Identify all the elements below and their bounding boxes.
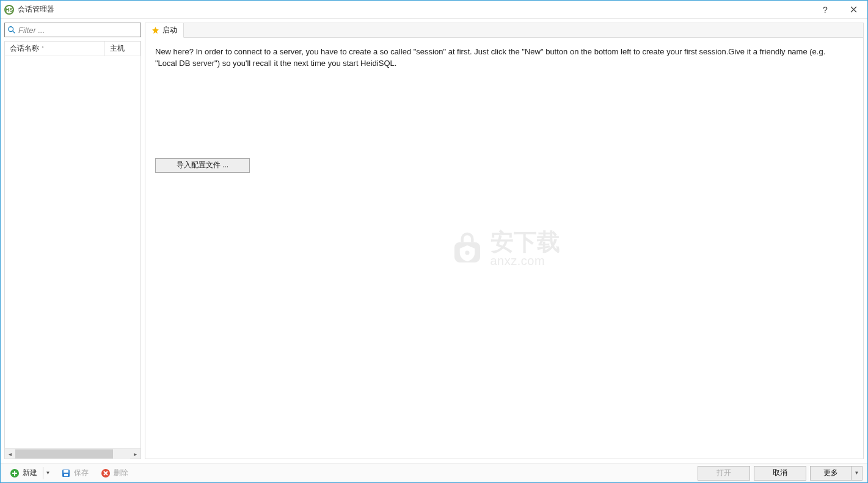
scroll-right-icon[interactable]: ▸: [130, 449, 140, 459]
scroll-left-icon[interactable]: ◂: [5, 449, 15, 459]
watermark-en: anxz.com: [491, 255, 560, 267]
open-label: 打开: [717, 468, 731, 478]
list-header: 会话名称 ˄ 主机: [5, 42, 140, 56]
session-list-body[interactable]: [5, 56, 140, 448]
filter-input[interactable]: [18, 26, 138, 35]
window-close-button[interactable]: [839, 1, 867, 19]
horizontal-scrollbar[interactable]: ◂ ▸: [5, 448, 140, 459]
more-button[interactable]: 更多 ▼: [810, 466, 863, 481]
svg-rect-6: [64, 470, 68, 473]
svg-rect-2: [454, 242, 480, 262]
new-session-button[interactable]: 新建 ▼: [5, 465, 53, 482]
scroll-thumb[interactable]: [15, 449, 113, 459]
delete-session-button[interactable]: 删除: [97, 465, 133, 481]
save-label: 保存: [74, 468, 89, 478]
import-settings-label: 导入配置文件 ...: [177, 160, 228, 170]
left-pane: 会话名称 ˄ 主机 ◂ ▸: [4, 23, 141, 459]
save-session-button[interactable]: 保存: [57, 465, 93, 481]
watermark: 安下载 anxz.com: [449, 230, 560, 267]
tab-startup[interactable]: 启动: [145, 23, 184, 38]
column-host-label: 主机: [110, 43, 125, 54]
tab-content: New here? In order to connect to a serve…: [145, 38, 863, 459]
watermark-cn: 安下载: [491, 230, 560, 253]
cancel-button[interactable]: 取消: [754, 466, 806, 481]
new-dropdown[interactable]: ▼: [43, 467, 53, 479]
column-host[interactable]: 主机: [105, 42, 140, 56]
new-label: 新建: [23, 468, 37, 478]
search-icon: [7, 26, 16, 34]
column-session-name[interactable]: 会话名称 ˄: [5, 42, 105, 56]
app-icon: HS: [4, 5, 14, 15]
session-manager-window: HS 会话管理器 ? 会话名称 ˄ 主机: [0, 0, 868, 483]
footer-toolbar: 新建 ▼ 保存 删除 打开 取消 更多 ▼: [1, 463, 867, 482]
import-settings-button[interactable]: 导入配置文件 ...: [155, 158, 250, 173]
column-session-name-label: 会话名称: [10, 43, 39, 54]
titlebar: HS 会话管理器 ?: [1, 1, 867, 19]
watermark-lock-icon: [449, 231, 486, 266]
delete-icon: [101, 468, 111, 478]
tab-bar: 启动: [145, 23, 863, 38]
more-dropdown[interactable]: ▼: [851, 467, 862, 480]
tab-startup-label: 启动: [162, 25, 177, 35]
svg-point-0: [9, 27, 13, 32]
svg-point-3: [465, 250, 469, 255]
session-list: 会话名称 ˄ 主机 ◂ ▸: [4, 41, 141, 459]
intro-text: New here? In order to connect to a serve…: [155, 46, 845, 70]
filter-box[interactable]: [4, 23, 141, 37]
save-icon: [61, 468, 71, 478]
scroll-track[interactable]: [15, 449, 130, 459]
delete-label: 删除: [114, 468, 128, 478]
right-pane: 启动 New here? In order to connect to a se…: [145, 23, 864, 459]
open-button[interactable]: 打开: [698, 466, 750, 481]
more-label: 更多: [823, 468, 838, 478]
window-title: 会话管理器: [18, 4, 54, 15]
sort-asc-icon: ˄: [42, 46, 44, 51]
svg-line-1: [13, 31, 15, 34]
star-icon: [151, 26, 159, 34]
window-body: 会话名称 ˄ 主机 ◂ ▸: [1, 19, 867, 463]
plus-icon: [10, 468, 20, 478]
cancel-label: 取消: [773, 468, 787, 478]
close-icon: [850, 6, 857, 13]
help-button[interactable]: ?: [811, 1, 839, 19]
svg-rect-7: [64, 474, 68, 476]
